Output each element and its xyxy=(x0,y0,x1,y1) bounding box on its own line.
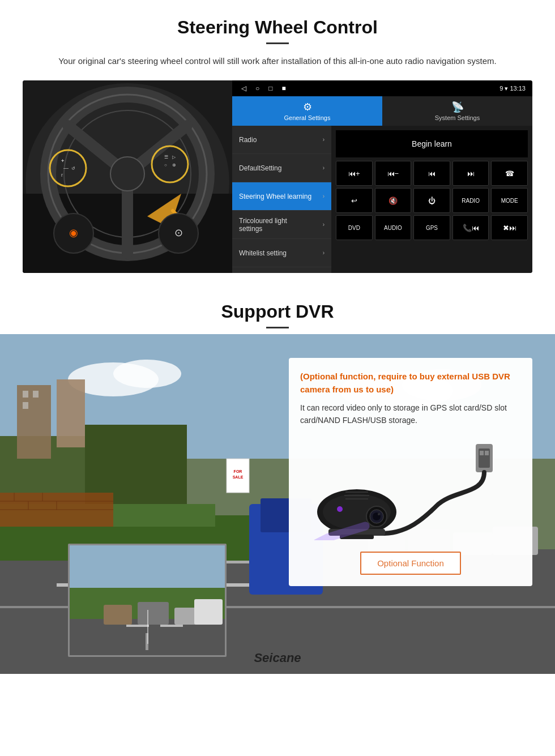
menu-item-tricoloured[interactable]: Tricoloured light settings › xyxy=(232,211,331,239)
svg-text:⊙: ⊙ xyxy=(174,227,183,238)
svg-text:▷: ▷ xyxy=(172,155,176,160)
tab-system-settings[interactable]: 📡 System Settings xyxy=(382,96,532,126)
ctrl-mute[interactable]: 🔇 xyxy=(375,188,412,213)
svg-rect-76 xyxy=(194,599,223,625)
svg-rect-37 xyxy=(33,391,39,398)
ctrl-vol-down[interactable]: ⏮− xyxy=(375,161,412,186)
dvr-title-divider xyxy=(266,327,289,328)
ctrl-audio[interactable]: AUDIO xyxy=(375,215,412,240)
svg-point-29 xyxy=(113,360,181,388)
control-buttons-grid: ⏮+ ⏮− ⏮ ⏭ ☎ ↩ 🔇 ⏻ RADIO MODE DVD AUDIO xyxy=(336,161,528,240)
svg-text:r: r xyxy=(61,172,63,178)
steering-control-panel: Begin learn ⏮+ ⏮− ⏮ ⏭ ☎ ↩ 🔇 ⏻ RADIO MODE xyxy=(331,126,532,273)
svg-rect-80 xyxy=(485,451,489,455)
dvr-title: Support DVR xyxy=(0,284,555,322)
ctrl-vol-up[interactable]: ⏮+ xyxy=(336,161,373,186)
svg-rect-70 xyxy=(160,625,183,627)
tricoloured-line2: settings xyxy=(239,225,262,233)
steering-subtitle: Your original car's steering wheel contr… xyxy=(23,54,532,68)
svg-point-86 xyxy=(378,513,380,515)
optional-function-button[interactable]: Optional Function xyxy=(360,552,461,575)
settings-tabs: ⚙ General Settings 📡 System Settings xyxy=(232,96,532,126)
ctrl-radio[interactable]: RADIO xyxy=(452,188,489,213)
ctrl-dvd[interactable]: DVD xyxy=(336,215,373,240)
ctrl-mode[interactable]: MODE xyxy=(491,188,528,213)
menu-item-whitelist[interactable]: Whitelist setting › xyxy=(232,239,331,267)
svg-rect-67 xyxy=(70,545,225,591)
ctrl-phone[interactable]: ☎ xyxy=(491,161,528,186)
menu-steering-label: Steering Wheel learning xyxy=(239,193,311,200)
svg-text:—: — xyxy=(63,165,69,171)
svg-rect-36 xyxy=(23,391,28,398)
menu-item-steering[interactable]: Steering Wheel learning › xyxy=(232,182,331,211)
steering-title: Steering Wheel Control xyxy=(23,17,532,38)
tab-general-settings[interactable]: ⚙ General Settings xyxy=(232,96,382,126)
dvr-camera-image xyxy=(300,438,521,543)
arrow-icon-5: › xyxy=(323,250,325,256)
ctrl-power[interactable]: ⏻ xyxy=(413,188,450,213)
steering-wheel-photo: + — ↺ r ☰ ▷ ○ ⊕ ◉ ⊙ xyxy=(23,80,232,273)
settings-menu-list: Radio › DefaultSetting › Steering Wheel … xyxy=(232,126,331,273)
menu-default-label: DefaultSetting xyxy=(239,164,281,172)
svg-text:↺: ↺ xyxy=(71,166,75,171)
svg-text:○: ○ xyxy=(164,163,167,168)
ctrl-next[interactable]: ⏭ xyxy=(452,161,489,186)
arrow-icon-4: › xyxy=(323,221,325,228)
ctrl-back[interactable]: ↩ xyxy=(336,188,373,213)
dvr-screenshot-inset xyxy=(68,544,227,657)
dvr-info-card: (Optional function, require to buy exter… xyxy=(289,358,532,586)
menu-nav-btn[interactable]: ■ xyxy=(280,84,288,92)
menu-item-radio[interactable]: Radio › xyxy=(232,126,331,154)
svg-text:SALE: SALE xyxy=(233,475,244,479)
menu-controls-area: Radio › DefaultSetting › Steering Wheel … xyxy=(232,126,532,273)
seicane-logo-text: Seicane xyxy=(254,651,301,665)
ctrl-prev[interactable]: ⏮ xyxy=(413,161,450,186)
arrow-icon-3: › xyxy=(323,193,325,199)
menu-radio-label: Radio xyxy=(239,136,257,144)
svg-rect-73 xyxy=(104,605,132,625)
svg-point-9 xyxy=(110,157,144,191)
svg-text:◉: ◉ xyxy=(69,227,78,238)
svg-text:⊕: ⊕ xyxy=(172,163,176,168)
status-time: 9 ▾ 13:13 xyxy=(500,85,526,92)
seicane-brand: Seicane xyxy=(254,651,301,665)
tab-general-label: General Settings xyxy=(284,114,331,121)
home-nav-btn[interactable]: ○ xyxy=(253,84,262,92)
back-nav-btn[interactable]: ◁ xyxy=(239,84,249,92)
whitelist-label: Whitelist setting xyxy=(239,249,287,257)
android-panel: ◁ ○ □ ■ 9 ▾ 13:13 ⚙ General Settings 📡 S… xyxy=(232,80,532,273)
svg-rect-79 xyxy=(480,451,484,455)
svg-text:☰: ☰ xyxy=(164,155,168,160)
tricoloured-label-group: Tricoloured light settings xyxy=(239,217,287,233)
arrow-icon-2: › xyxy=(323,165,325,171)
dvr-section: Support DVR xyxy=(0,284,555,703)
android-status-bar: ◁ ○ □ ■ 9 ▾ 13:13 xyxy=(232,80,532,96)
svg-rect-74 xyxy=(138,602,169,625)
ctrl-gps[interactable]: GPS xyxy=(413,215,450,240)
svg-text:FOR: FOR xyxy=(234,469,242,473)
svg-rect-38 xyxy=(23,402,28,409)
tab-system-label: System Settings xyxy=(435,114,480,121)
title-divider xyxy=(266,42,289,44)
svg-point-92 xyxy=(337,506,343,512)
gear-icon: ⚙ xyxy=(303,101,312,113)
wifi-icon: 📡 xyxy=(451,101,464,113)
nav-buttons: ◁ ○ □ ■ xyxy=(239,84,288,92)
recents-nav-btn[interactable]: □ xyxy=(266,84,275,92)
steering-demo-area: + — ↺ r ☰ ▷ ○ ⊕ ◉ ⊙ xyxy=(23,80,532,273)
arrow-icon: › xyxy=(323,136,325,143)
menu-item-default[interactable]: DefaultSetting › xyxy=(232,154,331,182)
ctrl-x-next[interactable]: ✖⏭ xyxy=(491,215,528,240)
begin-learn-button[interactable]: Begin learn xyxy=(336,130,528,157)
ctrl-phone-prev[interactable]: 📞⏮ xyxy=(452,215,489,240)
tricoloured-line1: Tricoloured light xyxy=(239,217,287,225)
svg-text:+: + xyxy=(61,158,64,164)
svg-rect-69 xyxy=(126,625,149,627)
svg-rect-72 xyxy=(146,633,148,650)
steering-section: Steering Wheel Control Your original car… xyxy=(0,0,555,284)
dvr-optional-text: (Optional function, require to buy exter… xyxy=(300,370,521,396)
dvr-description: It can record video only to storage in G… xyxy=(300,402,521,427)
svg-rect-35 xyxy=(57,379,85,447)
